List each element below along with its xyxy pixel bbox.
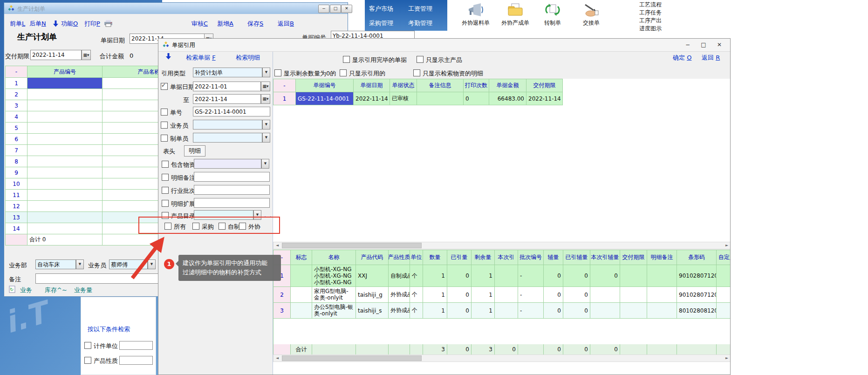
total-cell[interactable]: 合计 [291, 344, 312, 355]
table-cell[interactable] [620, 287, 647, 303]
checkbox-box[interactable] [161, 109, 168, 116]
total-cell[interactable]: 0 [495, 344, 518, 355]
date-to-input[interactable]: 2022-11-14 [193, 94, 261, 104]
chevron-down-icon[interactable]: ▼ [262, 120, 270, 130]
table-cell[interactable] [590, 303, 620, 319]
window-titl ebar[interactable]: 生产计划单 − □ ✕ [4, 3, 348, 14]
doc-no-cell[interactable]: GS-22-11-14-0001 [296, 92, 354, 105]
table-cell[interactable]: - [518, 287, 544, 303]
table-cell[interactable]: 0 [563, 287, 590, 303]
checkbox-box[interactable] [161, 83, 168, 90]
scroll-left-icon[interactable]: ◄ [273, 355, 281, 361]
chevron-down-icon[interactable]: ▼ [76, 259, 84, 269]
table-cell[interactable] [291, 287, 312, 303]
checkbox-only-main-product[interactable]: 只显示主产品 [417, 56, 462, 64]
table-header-cell[interactable]: 单据状态 [390, 79, 417, 92]
checkbox-salesman[interactable]: 业务员 [161, 122, 188, 130]
checkbox-only-searched-materials[interactable]: 只显示检索物资的明细 [413, 69, 483, 78]
table-row[interactable]: 2家用G型电脑-金奥-onlyittaishiji_g外协成品个101-0090… [273, 287, 731, 303]
table-cell[interactable] [620, 265, 647, 287]
next-doc-button[interactable]: 后单N [29, 20, 46, 28]
ok-button[interactable]: 确定 O [673, 54, 691, 62]
row-number-cell[interactable]: 14 [6, 223, 27, 234]
total-cell[interactable] [717, 344, 731, 355]
checkbox-detail-extend[interactable]: 明细扩展 [162, 200, 195, 208]
table-cell[interactable] [495, 287, 518, 303]
row-number-cell[interactable]: 5 [6, 123, 27, 134]
calendar-icon[interactable]: ▦▾ [261, 82, 270, 91]
checkbox-doc-date[interactable]: 单据日期 [161, 83, 194, 91]
table-cell[interactable]: XXJ [356, 265, 389, 287]
close-icon[interactable]: ✕ [341, 5, 352, 13]
table-cell[interactable]: 66483.00 [489, 92, 526, 105]
row-number-cell[interactable]: 11 [6, 190, 27, 201]
menu-progress-chart[interactable]: 进度图示 [635, 25, 686, 33]
product-name-cell[interactable]: 小型机-XG-NG小型机-XG-NG小型机-XG-NG小型机-XG-NG [312, 265, 356, 287]
shortcut-transfer-order[interactable]: 转制单 [536, 3, 569, 27]
table-cell[interactable]: 外协成品 [389, 303, 410, 319]
table-header-cell[interactable]: 产品编号 [27, 66, 103, 78]
table-cell[interactable]: 个 [410, 287, 423, 303]
row-number-cell[interactable]: 3 [6, 100, 27, 111]
table-cell[interactable]: 0 [447, 303, 472, 319]
row-number-cell[interactable]: 3 [273, 303, 291, 319]
calendar-icon[interactable]: ▦▾ [261, 94, 270, 104]
table-header-cell[interactable]: 数量 [423, 250, 447, 265]
table-header-cell[interactable]: 批次编号 [518, 250, 544, 265]
table-cell[interactable]: 0 [563, 303, 590, 319]
tab-detail[interactable]: 明细 [184, 145, 205, 157]
total-cell[interactable] [389, 344, 410, 355]
table-cell[interactable]: 外协成品 [389, 287, 410, 303]
product-code-cell[interactable] [27, 123, 103, 134]
shortcut-handover-order[interactable]: 交接单 [575, 3, 608, 27]
row-number-cell[interactable]: 8 [6, 156, 27, 167]
table-cell[interactable] [590, 287, 620, 303]
checkbox-detail-remark[interactable]: 明细备注 [162, 174, 195, 182]
table-header-cell[interactable]: - [6, 66, 27, 78]
product-nature-input[interactable] [119, 356, 153, 365]
save-button[interactable]: 保存S [247, 20, 263, 28]
total-cell[interactable] [677, 344, 717, 355]
details-hscrollbar[interactable]: ◄ ► [273, 355, 731, 362]
product-code-cell[interactable] [27, 167, 103, 178]
table-cell[interactable]: 已审核 [390, 92, 417, 105]
table-header-cell[interactable]: 标志 [291, 250, 312, 265]
product-code-cell[interactable] [27, 223, 103, 234]
calendar-icon[interactable]: ▦▾ [82, 50, 91, 60]
back-button[interactable]: 返回 R [702, 54, 720, 62]
chevron-down-icon[interactable]: ▼ [148, 259, 156, 269]
table-cell[interactable]: 0 [544, 265, 563, 287]
row-number-cell[interactable]: 4 [6, 111, 27, 123]
table-header-cell[interactable]: 单据日期 [354, 79, 390, 92]
row-number-cell[interactable]: 1 [273, 92, 296, 105]
table-header-cell[interactable]: 自定义1 [717, 250, 731, 265]
include-material-select[interactable] [194, 159, 261, 169]
product-code-cell[interactable] [27, 134, 103, 145]
table-header-cell[interactable]: 剩余量 [472, 250, 495, 265]
shortcut-outsource-finish[interactable]: 外协产成单 [499, 3, 532, 27]
checkbox-box[interactable] [340, 69, 347, 76]
product-code-cell[interactable] [27, 89, 103, 100]
row-number-cell[interactable]: 2 [6, 89, 27, 100]
checkbox-only-referenced[interactable]: 只显示引用的 [340, 69, 385, 78]
chevron-down-icon[interactable]: ▼ [262, 68, 270, 77]
minimize-icon[interactable]: − [680, 39, 696, 51]
print-button[interactable]: 打印P [84, 20, 100, 28]
function-menu-button[interactable]: 功能O [61, 20, 78, 28]
doc-no-filter-input[interactable]: GS-22-11-14-0001 [193, 107, 270, 116]
table-header-cell[interactable]: 辅量 [544, 250, 563, 265]
total-cell[interactable]: 0 [563, 344, 590, 355]
table-cell[interactable]: 1 [423, 265, 447, 287]
total-cell[interactable] [410, 344, 423, 355]
table-header-cell[interactable]: 已引量 [447, 250, 472, 265]
table-header-row[interactable]: -标志名称产品代码产品性质单位数量已引量剩余量本次引批次编号辅量已引辅量本次引辅… [273, 250, 731, 265]
row-number-cell[interactable]: 10 [6, 178, 27, 190]
audit-button[interactable]: 审核C [191, 20, 208, 28]
refresh-doc-icon[interactable]: ↻ [9, 286, 15, 294]
table-cell[interactable] [717, 303, 731, 319]
table-cell[interactable] [620, 303, 647, 319]
total-cell[interactable]: 0 [544, 344, 563, 355]
product-code-cell[interactable] [27, 78, 103, 89]
total-cell[interactable] [356, 344, 389, 355]
link-business-volume[interactable]: 业务量 [74, 286, 92, 294]
